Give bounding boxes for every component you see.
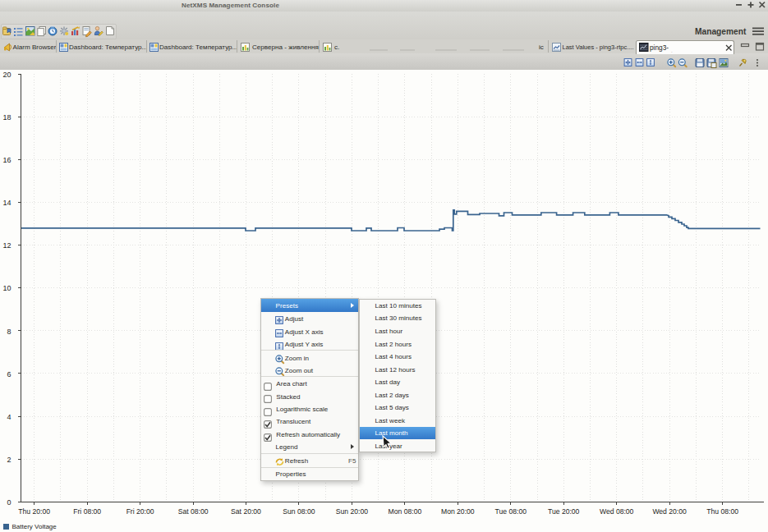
svg-text:Thu 08:00: Thu 08:00 [706,507,738,516]
svg-text:8: 8 [7,328,11,336]
svg-text:Wed 08:00: Wed 08:00 [600,507,634,516]
svg-text:16: 16 [2,156,11,164]
svg-text:Thu 20:00: Thu 20:00 [18,507,50,516]
svg-text:4: 4 [7,413,11,421]
svg-text:20: 20 [2,71,11,79]
svg-text:Fri 20:00: Fri 20:00 [126,507,154,516]
svg-text:Sun 08:00: Sun 08:00 [283,507,315,516]
svg-text:0: 0 [7,498,11,507]
svg-text:10: 10 [2,284,11,292]
svg-text:Sat 08:00: Sat 08:00 [178,507,209,516]
svg-text:Sat 20:00: Sat 20:00 [231,507,261,516]
svg-text:Wed 20:00: Wed 20:00 [652,507,687,516]
svg-text:Tue 20:00: Tue 20:00 [548,507,580,516]
svg-text:Fri 08:00: Fri 08:00 [73,507,101,516]
svg-text:Mon 20:00: Mon 20:00 [441,507,475,516]
svg-text:18: 18 [2,113,11,122]
svg-text:Battery Voltage: Battery Voltage [12,523,57,530]
svg-text:Sun 20:00: Sun 20:00 [336,507,368,516]
svg-text:Tue 08:00: Tue 08:00 [495,507,527,516]
svg-text:6: 6 [7,370,11,378]
svg-text:Mon 08:00: Mon 08:00 [389,507,422,516]
svg-text:14: 14 [2,199,11,207]
svg-text:12: 12 [2,241,11,250]
svg-text:2: 2 [7,456,11,464]
